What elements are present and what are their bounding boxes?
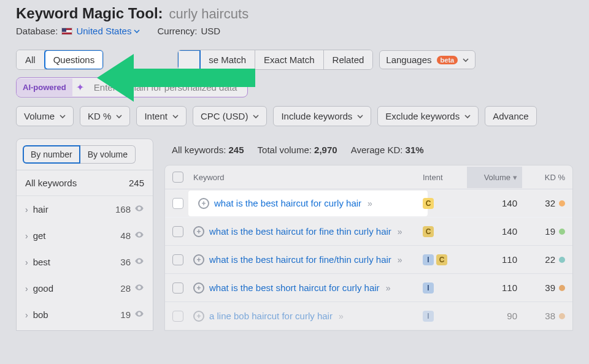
sidebar-all-label: All keywords <box>25 178 77 188</box>
row-checkbox[interactable] <box>172 198 183 209</box>
sidebar-tab-by-volume[interactable]: By volume <box>80 145 136 164</box>
table-row: + what is the best haircut for fine/thin… <box>165 246 572 274</box>
filter-advanced[interactable]: Advance <box>485 106 536 126</box>
database-label: Database: <box>16 26 58 36</box>
filter-cpc[interactable]: CPC (USD) <box>193 106 268 126</box>
currency-label: Currency: <box>157 26 197 36</box>
chevron-down-icon <box>60 113 66 119</box>
kd-cell: 39 <box>522 282 565 293</box>
sidebar-item-label: bob <box>33 309 48 320</box>
keyword-link[interactable]: a line bob haircut for curly hair <box>209 311 333 321</box>
th-intent[interactable]: Intent <box>423 173 467 182</box>
page-topic: curly haircuts <box>169 6 249 22</box>
question-filter-group: All Questions <box>16 50 104 70</box>
sidebar-all-keywords[interactable]: All keywords 245 <box>17 170 153 196</box>
tab-exact-match[interactable]: Exact Match <box>255 50 324 69</box>
intent-badge-i: I <box>423 254 434 265</box>
double-chevron-icon: » <box>339 311 344 321</box>
chevron-down-icon <box>357 113 363 119</box>
add-keyword-icon[interactable]: + <box>198 198 209 209</box>
keyword-link[interactable]: what is the best haircut for fine/thin c… <box>209 254 391 265</box>
keyword-link[interactable]: what is the best short haircut for curly… <box>209 282 380 293</box>
row-checkbox[interactable] <box>172 226 183 237</box>
tab-all[interactable]: All <box>17 50 45 69</box>
chevron-right-icon: › <box>25 257 28 267</box>
double-chevron-icon: » <box>386 283 391 293</box>
sort-desc-icon: ▾ <box>513 173 517 182</box>
database-value: United States <box>76 26 131 36</box>
filter-intent[interactable]: Intent <box>136 106 187 126</box>
volume-cell: 140 <box>467 198 522 208</box>
languages-dropdown[interactable]: Languages beta <box>379 50 475 69</box>
row-checkbox[interactable] <box>172 282 183 294</box>
th-kd[interactable]: KD % <box>522 173 565 182</box>
row-checkbox[interactable] <box>172 254 183 265</box>
eye-icon[interactable] <box>134 203 144 215</box>
filter-volume[interactable]: Volume <box>16 106 74 126</box>
add-keyword-icon[interactable]: + <box>193 282 204 294</box>
th-keyword[interactable]: Keyword <box>193 173 423 182</box>
intent-badge-c: C <box>423 226 434 237</box>
add-keyword-icon[interactable]: + <box>193 226 204 237</box>
sparkle-icon: ✦ <box>72 82 88 93</box>
keyword-groups-sidebar: By number By volume All keywords 245 › h… <box>16 138 153 331</box>
sidebar-group-item[interactable]: › hair 168 <box>17 196 153 222</box>
tab-questions[interactable]: Questions <box>44 50 104 70</box>
intent-badge-c: C <box>436 254 447 265</box>
kd-cell: 32 <box>522 198 565 208</box>
ai-powered-badge: AI-powered <box>17 78 72 96</box>
sidebar-group-item[interactable]: › best 36 <box>17 249 153 275</box>
filter-exclude-keywords[interactable]: Exclude keywords <box>377 106 479 126</box>
intent-badges: I <box>423 282 434 294</box>
add-keyword-icon[interactable]: + <box>193 311 204 322</box>
sidebar-item-count: 28 <box>120 283 131 294</box>
chevron-right-icon: › <box>25 310 28 320</box>
filter-kd[interactable]: KD % <box>80 106 130 126</box>
tab-phrase-match[interactable]: se Match <box>200 50 255 69</box>
sidebar-group-item[interactable]: › bob 19 <box>17 301 153 328</box>
intent-badges: C <box>423 226 434 237</box>
eye-icon[interactable] <box>134 282 144 294</box>
kd-cell: 19 <box>522 226 565 237</box>
sidebar-tab-by-number[interactable]: By number <box>23 145 80 164</box>
kd-difficulty-dot <box>559 257 565 263</box>
match-type-group: se Match Exact Match Related <box>177 50 373 70</box>
ai-domain-input[interactable] <box>88 78 247 97</box>
intent-badges: I <box>423 311 434 322</box>
volume-cell: 140 <box>467 226 522 237</box>
eye-icon[interactable] <box>134 256 144 268</box>
tab-broad-match[interactable] <box>177 50 201 70</box>
chevron-down-icon <box>172 113 179 119</box>
eye-icon[interactable] <box>134 309 144 320</box>
sidebar-item-label: best <box>33 257 50 267</box>
volume-cell: 110 <box>467 254 522 265</box>
sidebar-item-label: good <box>33 283 53 294</box>
double-chevron-icon: » <box>398 255 402 265</box>
kd-difficulty-dot <box>559 285 565 291</box>
eye-icon[interactable] <box>134 230 144 241</box>
tab-related[interactable]: Related <box>324 50 373 69</box>
sidebar-group-item[interactable]: › get 48 <box>17 222 153 249</box>
filter-include-keywords[interactable]: Include keywords <box>273 106 371 126</box>
chevron-down-icon <box>464 113 471 119</box>
table-row: + what is the best short haircut for cur… <box>165 274 572 302</box>
kd-difficulty-dot <box>559 200 565 207</box>
row-checkbox[interactable] <box>172 311 183 322</box>
kd-difficulty-dot <box>559 313 565 319</box>
th-volume[interactable]: Volume ▾ <box>467 167 522 188</box>
sidebar-item-count: 36 <box>120 257 131 267</box>
chevron-down-icon <box>116 113 122 119</box>
keyword-link[interactable]: what is the best haircut for fine thin c… <box>209 226 391 237</box>
chevron-down-icon <box>463 57 469 63</box>
double-chevron-icon: » <box>398 227 402 237</box>
chevron-down-icon <box>134 28 140 34</box>
sidebar-group-item[interactable]: › good 28 <box>17 275 153 301</box>
select-all-checkbox[interactable] <box>172 172 183 183</box>
sidebar-item-count: 19 <box>120 309 131 320</box>
add-keyword-icon[interactable]: + <box>193 254 204 265</box>
chevron-right-icon: › <box>25 231 28 241</box>
database-selector[interactable]: Database: United States <box>16 26 140 36</box>
sidebar-item-count: 168 <box>115 204 131 214</box>
double-chevron-icon: » <box>368 199 372 208</box>
keyword-link[interactable]: what is the best haircut for curly hair <box>214 198 361 208</box>
